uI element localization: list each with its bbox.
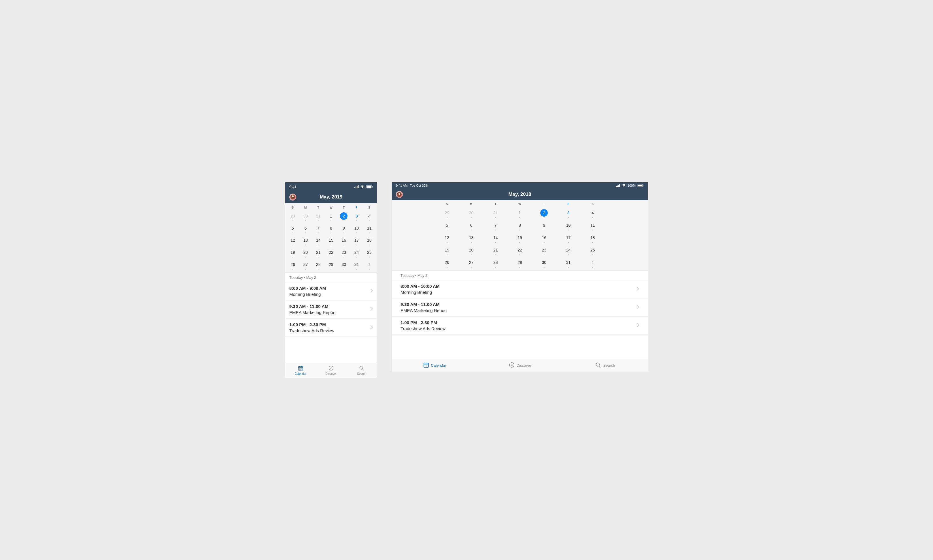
tab-label: Calendar (295, 372, 306, 375)
calendar-day[interactable]: 9 (337, 223, 350, 235)
calendar-day[interactable]: 28 (312, 259, 325, 271)
calendar-day[interactable]: 30 (299, 211, 312, 223)
calendar-day[interactable]: 6 (459, 220, 483, 232)
calendar-day[interactable]: 25 (580, 245, 605, 257)
calendar-day[interactable]: 1 (363, 259, 376, 271)
calendar-day[interactable]: 29 (325, 259, 337, 271)
calendar-day[interactable]: 15 (325, 235, 337, 247)
weekday-label: W (325, 205, 337, 211)
calendar-day[interactable]: 27 (459, 257, 483, 269)
tab-label: Calendar (431, 363, 446, 368)
calendar-day[interactable]: 27 (299, 259, 312, 271)
calendar-day[interactable]: 30 (532, 257, 556, 269)
calendar-day[interactable]: 31 (483, 208, 508, 220)
wifi-icon (360, 185, 365, 188)
calendar-day[interactable]: 2 (337, 211, 350, 223)
calendar-day[interactable]: 12 (435, 232, 459, 245)
calendar-day[interactable]: 15 (508, 232, 532, 245)
svg-point-18 (360, 366, 363, 369)
event-row[interactable]: 1:00 PM - 2:30 PMTradeshow Ads Review (285, 318, 377, 337)
calendar-day[interactable]: 23 (532, 245, 556, 257)
calendar-day[interactable]: 7 (312, 223, 325, 235)
calendar-day[interactable]: 4 (363, 211, 376, 223)
calendar-day[interactable]: 31 (556, 257, 580, 269)
cellular-icon (354, 185, 359, 188)
tab-calendar[interactable]: Calendar (392, 359, 477, 372)
svg-line-39 (599, 366, 601, 367)
calendar-day[interactable]: 13 (299, 235, 312, 247)
calendar-day[interactable]: 28 (483, 257, 508, 269)
svg-rect-22 (618, 185, 619, 187)
calendar-day[interactable]: 10 (350, 223, 363, 235)
calendar-day[interactable]: 14 (312, 235, 325, 247)
calendar-day[interactable]: 1 (508, 208, 532, 220)
event-row[interactable]: 1:00 PM - 2:30 PMTradeshow Ads Review (392, 317, 648, 335)
calendar-day[interactable]: 21 (312, 247, 325, 259)
event-row[interactable]: 9:30 AM - 11:00 AMEMEA Marketing Report (285, 300, 377, 318)
calendar-day[interactable]: 5 (286, 223, 299, 235)
calendar-day[interactable]: 29 (435, 208, 459, 220)
calendar-day[interactable]: 25 (363, 247, 376, 259)
svg-point-35 (426, 366, 426, 366)
calendar-icon (298, 365, 303, 372)
tab-search[interactable]: Search (562, 359, 648, 372)
calendar-day[interactable]: 31 (312, 211, 325, 223)
calendar-day[interactable]: 10 (556, 220, 580, 232)
calendar-day[interactable]: 1 (580, 257, 605, 269)
calendar-day[interactable]: 30 (459, 208, 483, 220)
calendar-day[interactable]: 31 (350, 259, 363, 271)
calendar-day[interactable]: 24 (556, 245, 580, 257)
tab-discover[interactable]: Discover (477, 359, 562, 372)
phone-device: 9:41 May, 2019 SMTWTFS 29303112345678910… (285, 182, 377, 378)
calendar-day[interactable]: 26 (435, 257, 459, 269)
calendar-day[interactable]: 11 (363, 223, 376, 235)
calendar-day[interactable]: 29 (508, 257, 532, 269)
calendar-day[interactable]: 24 (350, 247, 363, 259)
calendar-day[interactable]: 1 (325, 211, 337, 223)
calendar-day[interactable]: 12 (286, 235, 299, 247)
calendar-day[interactable]: 18 (580, 232, 605, 245)
wifi-icon (622, 184, 626, 187)
calendar-day[interactable]: 16 (337, 235, 350, 247)
calendar-day[interactable]: 22 (508, 245, 532, 257)
calendar-day[interactable]: 19 (435, 245, 459, 257)
calendar-day[interactable]: 11 (580, 220, 605, 232)
calendar-day[interactable]: 17 (350, 235, 363, 247)
calendar-day[interactable]: 14 (483, 232, 508, 245)
event-time: 9:30 AM - 11:00 AM (400, 302, 447, 307)
calendar-day[interactable]: 3 (350, 211, 363, 223)
cellular-icon (616, 185, 620, 187)
calendar-day[interactable]: 7 (483, 220, 508, 232)
calendar-day[interactable]: 21 (483, 245, 508, 257)
avatar[interactable] (289, 194, 296, 200)
event-row[interactable]: 8:00 AM - 10:00 AMMorning Briefing (392, 280, 648, 298)
calendar-day[interactable]: 30 (337, 259, 350, 271)
calendar-day[interactable]: 23 (337, 247, 350, 259)
calendar-day[interactable]: 2 (532, 208, 556, 220)
tab-search[interactable]: Search (346, 363, 377, 378)
calendar-day[interactable]: 13 (459, 232, 483, 245)
day-label: Tuesday • May 2 (392, 271, 648, 280)
calendar-day[interactable]: 8 (325, 223, 337, 235)
calendar-day[interactable]: 22 (325, 247, 337, 259)
calendar-day[interactable]: 8 (508, 220, 532, 232)
calendar-day[interactable]: 20 (299, 247, 312, 259)
event-row[interactable]: 9:30 AM - 11:00 AMEMEA Marketing Report (392, 298, 648, 317)
calendar-day[interactable]: 6 (299, 223, 312, 235)
event-row[interactable]: 8:00 AM - 9:00 AMMorning Briefing (285, 282, 377, 300)
calendar-day[interactable]: 19 (286, 247, 299, 259)
avatar[interactable] (396, 191, 403, 198)
tab-discover[interactable]: Discover (316, 363, 346, 378)
calendar-day[interactable]: 16 (532, 232, 556, 245)
calendar-day[interactable]: 29 (286, 211, 299, 223)
calendar-day[interactable]: 18 (363, 235, 376, 247)
calendar-day[interactable]: 4 (580, 208, 605, 220)
calendar-day[interactable]: 5 (435, 220, 459, 232)
calendar-day[interactable]: 3 (556, 208, 580, 220)
calendar-day[interactable]: 20 (459, 245, 483, 257)
day-label: Tuesday • May 2 (285, 273, 377, 282)
tab-calendar[interactable]: Calendar (285, 363, 316, 378)
calendar-day[interactable]: 9 (532, 220, 556, 232)
calendar-day[interactable]: 26 (286, 259, 299, 271)
calendar-day[interactable]: 17 (556, 232, 580, 245)
